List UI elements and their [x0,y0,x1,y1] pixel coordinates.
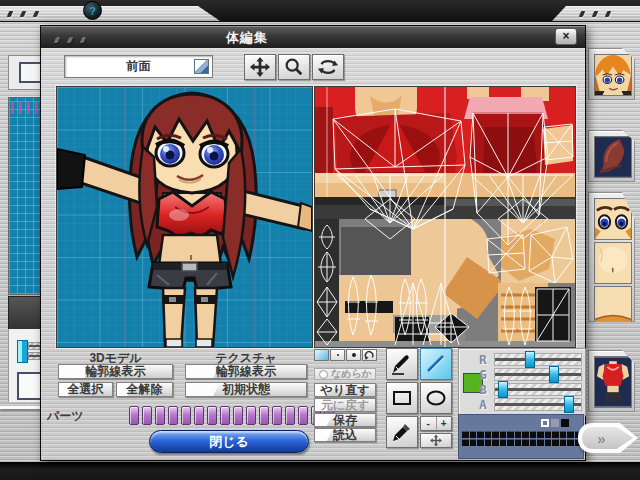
sidebar-item-hair[interactable] [588,130,635,182]
close-button[interactable]: × [555,28,577,45]
load-button[interactable]: 読込 [314,428,376,442]
ellipse-tool-button[interactable] [420,382,452,414]
save-button[interactable]: 保存 [314,413,376,427]
part-segment[interactable] [181,406,191,425]
palette-cell[interactable] [500,439,507,446]
expand-button[interactable]: » [578,423,638,453]
zoom-step-button[interactable]: -+ [420,416,452,431]
palette-cell[interactable] [515,431,522,438]
deselect-all-button[interactable]: 全解除 [116,382,173,397]
red-slider-handle[interactable] [525,351,535,368]
green-slider-handle[interactable] [549,366,559,383]
sidebar-group-face-body[interactable] [588,192,635,322]
palette-cell[interactable] [470,431,477,438]
brush-size-medium-button[interactable] [330,349,345,361]
smooth-option[interactable]: なめらか [314,368,376,380]
line-tool-button[interactable] [420,348,452,380]
eyedropper-icon [390,420,414,444]
palette-cell[interactable] [537,431,544,438]
palette-cell[interactable] [462,431,469,438]
green-slider[interactable] [494,368,582,381]
part-segment[interactable] [207,406,217,425]
part-segment[interactable] [194,406,204,425]
palette-cell[interactable] [477,439,484,446]
part-segment[interactable] [168,406,178,425]
gray-swatch[interactable] [551,419,559,427]
redo-button[interactable]: やり直す [314,383,376,397]
red-channel-label: R [479,353,494,366]
palette-cell[interactable] [567,431,574,438]
texture-outline-button[interactable]: 輪郭線表示 [185,364,307,379]
red-slider[interactable] [494,353,582,366]
texture-reset-button[interactable]: 初期状態 [185,382,307,397]
alpha-slider-handle[interactable] [564,396,574,413]
model-outline-button[interactable]: 輪郭線表示 [58,364,173,379]
sidebar-item-head[interactable] [588,48,635,100]
palette-cell[interactable] [567,439,574,446]
background-button-frame[interactable] [8,55,44,90]
palette-cell[interactable] [552,439,559,446]
brush-size-large-button[interactable] [346,349,361,361]
palette-cell[interactable] [485,439,492,446]
palette-cell[interactable] [492,439,499,446]
close-dialog-button[interactable]: 閉じる [149,430,309,453]
palette-cell[interactable] [522,439,529,446]
select-all-button[interactable]: 全選択 [58,382,113,397]
part-segment[interactable] [285,406,295,425]
undo-button[interactable]: 元に戻す [314,398,376,412]
palette-cell[interactable] [537,439,544,446]
palette-cell[interactable] [462,439,469,446]
lasso-button[interactable] [362,349,377,361]
palette-cell[interactable] [522,431,529,438]
part-segment[interactable] [259,406,269,425]
palette-cell[interactable] [515,439,522,446]
palette-cell[interactable] [470,439,477,446]
palette-cell[interactable] [492,431,499,438]
palette-cell[interactable] [545,431,552,438]
zoom-in-label[interactable]: + [437,417,452,430]
background-slider-handle[interactable] [17,340,28,363]
palette-cell[interactable] [485,431,492,438]
palette-cell[interactable] [560,431,567,438]
part-segment[interactable] [142,406,152,425]
eyedropper-tool-button[interactable] [386,416,418,448]
model-viewport[interactable] [56,86,313,348]
blue-slider[interactable] [494,383,582,396]
black-swatch[interactable] [561,419,569,427]
blue-slider-handle[interactable] [498,381,508,398]
palette-cell[interactable] [500,431,507,438]
move-tool-button[interactable] [244,54,276,80]
rectangle-tool-button[interactable] [386,382,418,414]
palette-cell[interactable] [530,439,537,446]
brush-size-small-button[interactable] [314,349,329,361]
palette-cell[interactable] [560,439,567,446]
rotate-tool-button[interactable] [312,54,344,80]
pen-tool-button[interactable] [386,348,418,380]
view-select[interactable]: 前面 [64,55,213,78]
part-segment[interactable] [155,406,165,425]
alpha-slider[interactable] [494,398,582,411]
part-segment[interactable] [129,406,139,425]
rivet-icon [7,11,14,17]
palette-cell[interactable] [477,431,484,438]
zoom-tool-button[interactable] [278,54,310,80]
part-segment[interactable] [233,406,243,425]
selected-swatch[interactable] [541,419,549,427]
belly-part-icon [594,242,632,284]
part-segment[interactable] [298,406,308,425]
part-segment[interactable] [246,406,256,425]
palette-cell[interactable] [507,439,514,446]
palette-cell[interactable] [530,431,537,438]
part-segment[interactable] [272,406,282,425]
sidebar-item-body[interactable] [588,350,635,412]
zoom-out-label[interactable]: - [421,417,437,430]
parts-label: パーツ [47,408,91,425]
help-button[interactable]: ? [83,1,102,20]
pan-tool-button[interactable] [420,433,452,448]
palette-cell[interactable] [552,431,559,438]
part-segment[interactable] [220,406,230,425]
palette-cell[interactable] [545,439,552,446]
palette-cell[interactable] [507,431,514,438]
texture-viewport[interactable] [314,86,576,348]
dialog-titlebar[interactable]: 体編集 × [41,26,585,49]
